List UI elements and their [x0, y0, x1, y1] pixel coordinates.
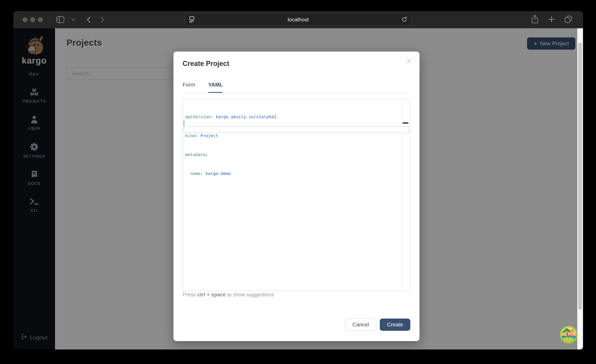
close-window-button[interactable] — [22, 17, 28, 22]
minimize-window-button[interactable] — [30, 17, 35, 22]
reload-icon[interactable] — [401, 16, 408, 23]
tab-divider — [183, 93, 410, 93]
browser-window: localhost — [13, 11, 583, 349]
create-project-modal: Create Project Form YAML apiVersion: kar… — [173, 52, 419, 341]
active-line-highlight — [183, 126, 410, 133]
tab-form[interactable]: Form — [183, 82, 195, 88]
editor-hint: Press ctrl + space to show suggestions — [183, 292, 274, 298]
overview-ruler-mark — [403, 122, 408, 124]
scrollbar-track[interactable] — [577, 28, 583, 349]
code-line: apiVersion: kargo.akuity.io/v1alpha1 — [185, 114, 276, 120]
tab-yaml[interactable]: YAML — [208, 82, 223, 88]
tropical-island-badge[interactable] — [560, 326, 578, 344]
scrollbar-thumb[interactable] — [578, 42, 582, 310]
code-line: kind: Project — [185, 133, 276, 139]
address-bar[interactable]: localhost — [185, 13, 412, 26]
browser-titlebar: localhost — [13, 11, 583, 28]
code-line: name: kargo-demo — [185, 170, 276, 177]
yaml-code: apiVersion: kargo.akuity.io/v1alpha1 kin… — [185, 101, 276, 189]
text-cursor — [184, 120, 184, 126]
page-icon — [189, 16, 195, 23]
cancel-button[interactable]: Cancel — [345, 319, 376, 331]
tab-overview-icon[interactable] — [564, 15, 572, 24]
modal-title: Create Project — [183, 59, 229, 68]
create-button[interactable]: Create — [380, 319, 410, 331]
close-icon[interactable] — [406, 58, 412, 65]
forward-icon[interactable] — [100, 16, 104, 23]
modal-footer: Cancel Create — [345, 319, 410, 331]
url-text: localhost — [195, 17, 401, 23]
code-line: metadata: — [185, 151, 276, 158]
zoom-window-button[interactable] — [38, 17, 43, 22]
yaml-editor[interactable]: apiVersion: kargo.akuity.io/v1alpha1 kin… — [183, 99, 410, 291]
toolbar-divider — [68, 17, 69, 22]
sidebar-toggle-icon[interactable] — [56, 16, 65, 23]
share-icon[interactable] — [531, 15, 539, 24]
new-tab-icon[interactable] — [548, 16, 555, 24]
back-icon[interactable] — [87, 16, 90, 23]
chevron-down-icon[interactable] — [71, 18, 76, 21]
titlebar-right-icons — [531, 11, 572, 28]
